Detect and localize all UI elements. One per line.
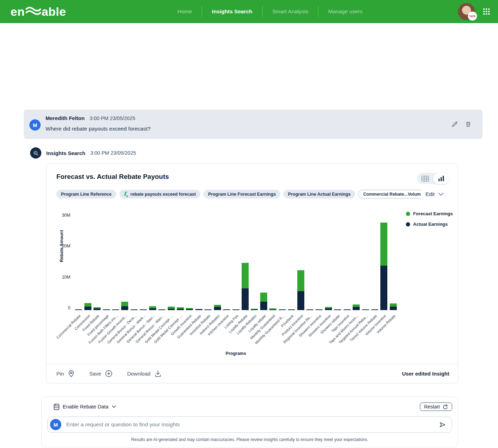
actual-earnings-segment (233, 309, 240, 310)
enable-logo[interactable]: en able (11, 6, 66, 18)
bar-gold-medal-concept[interactable] (168, 307, 175, 310)
bar-fusion-growth-incenti[interactable] (121, 302, 128, 310)
bar-regional-incentive-re[interactable] (306, 309, 313, 310)
bar-volume-incentive[interactable] (380, 223, 387, 310)
save-button[interactable]: Save (89, 370, 112, 377)
chart-region: Rebate Amount 010M20M30MCommercial Rebat… (47, 198, 458, 364)
logo-text-left: en (11, 6, 25, 18)
actual-earnings-segment (353, 307, 360, 310)
datasource-selector[interactable]: Enable Rebate Data (54, 404, 116, 410)
y-axis-tick: 10M (62, 275, 70, 280)
message-author: Meredith Felton (46, 115, 85, 121)
query-pill[interactable]: Commercial Rebate...Volume Rebate (358, 190, 421, 198)
download-button[interactable]: Download (127, 370, 161, 377)
bar-general-bonus-deve[interactable] (131, 309, 138, 310)
actual-earnings-segment (103, 309, 110, 310)
bar-indirect-rebates[interactable] (214, 305, 221, 310)
bar-loyalty-rebates[interactable] (251, 309, 258, 310)
bar-showers-incentive[interactable] (325, 307, 332, 310)
actual-earnings-segment (214, 307, 221, 310)
nav-item-smart-analysis[interactable]: Smart Analysis (263, 6, 318, 17)
edit-pills-button[interactable]: Edit (426, 191, 435, 197)
bar-fusion-bath-fillers-inc[interactable] (112, 309, 119, 310)
delete-message-button[interactable] (465, 121, 471, 127)
forecast-earnings-segment (260, 293, 267, 302)
pill-label: Commercial Rebate...Volume Rebate (363, 192, 421, 197)
query-pill[interactable]: Program Line Reference (56, 190, 116, 198)
actual-earnings-segment (306, 309, 313, 310)
chevron-down-icon (112, 405, 116, 408)
apps-grid-icon[interactable] (483, 8, 490, 15)
view-toggle[interactable] (417, 173, 449, 184)
edit-message-button[interactable] (451, 121, 458, 127)
query-pill[interactable]: Program Line Forecast Earnings (203, 190, 280, 198)
actual-earnings-segment (186, 309, 193, 310)
actual-earnings-segment (112, 309, 119, 310)
restart-button[interactable]: Restart (420, 402, 452, 411)
actual-earnings-segment (84, 307, 91, 310)
bar-gold-medal-concept[interactable] (177, 307, 184, 310)
chevron-down-icon[interactable] (438, 191, 444, 197)
bar-product-incentive[interactable] (297, 270, 304, 310)
bar-commercial-rebate[interactable] (75, 309, 82, 310)
pin-icon (68, 370, 75, 377)
bar-targeted-annual-reba[interactable] (362, 309, 369, 310)
bar-loyalty-rebate[interactable] (242, 263, 249, 310)
actual-earnings-segment (334, 309, 341, 310)
datasource-label: Enable Rebate Data (63, 404, 109, 410)
bar-guaranteed-rebate[interactable] (195, 309, 202, 310)
bar-monthly-guaranteed[interactable] (269, 308, 276, 310)
actual-earnings-segment (195, 309, 202, 310)
bar-volume-rebate[interactable] (390, 303, 397, 310)
bar-growth-incentive[interactable] (186, 308, 193, 310)
actual-earnings-segment (260, 302, 267, 310)
bar-general-bonus-stan[interactable] (149, 306, 156, 310)
bar-chart-icon (438, 175, 444, 182)
user-avatar[interactable]: TAPS (458, 3, 475, 20)
pin-button[interactable]: Pin (56, 370, 75, 377)
bar-kitchen-incentive[interactable] (223, 309, 230, 310)
send-button[interactable] (439, 421, 446, 428)
bar-monthly-guaranteed-r[interactable] (279, 309, 286, 310)
bar-fixed-percentage[interactable] (103, 309, 110, 310)
nav-item-home[interactable]: Home (168, 6, 202, 17)
actual-earnings-segment (279, 309, 286, 310)
pill-label: Program Line Actual Earnings (288, 192, 351, 197)
table-icon (421, 176, 429, 182)
bar-listing-fee[interactable] (233, 309, 240, 310)
actual-earnings-segment (390, 307, 397, 310)
bar-incentive-rebate[interactable] (205, 309, 212, 310)
table-view-button[interactable] (417, 173, 433, 184)
ai-disclaimer: Results are AI-generated and may contain… (47, 437, 452, 442)
actual-earnings-segment (223, 309, 230, 310)
bar-general-bonus-mark[interactable] (140, 309, 147, 310)
forecast-earnings-segment (242, 263, 249, 288)
bar-loyalty-rebate[interactable] (260, 293, 267, 310)
legend-item: Actual Earnings (406, 222, 453, 227)
bar-fixed-rebate[interactable] (94, 307, 101, 310)
query-pill[interactable]: Program Line Actual Earnings (283, 190, 355, 198)
bar-general-bonus-warr[interactable] (158, 309, 165, 310)
database-icon (54, 404, 60, 410)
question-input[interactable] (66, 421, 439, 428)
bar-tiered-volume-rebate[interactable] (371, 309, 378, 310)
legend-color-dot (406, 222, 410, 226)
chart-view-button[interactable] (433, 173, 449, 184)
nav-item-manage-users[interactable]: Manage users (318, 6, 372, 17)
actual-earnings-segment (149, 308, 156, 310)
nav-item-insights-search[interactable]: Insights Search (202, 6, 262, 17)
forecast-earnings-segment (353, 304, 360, 307)
forecast-earnings-segment (121, 302, 128, 306)
actual-earnings-segment (362, 309, 369, 310)
top-navbar: en able HomeInsights SearchSmart Analysi… (0, 0, 498, 23)
bar-showers-incentive[interactable] (316, 309, 323, 310)
actual-earnings-segment (205, 309, 212, 310)
bar-commission[interactable] (84, 303, 91, 310)
bar-priceback[interactable] (288, 309, 295, 310)
bar-taps-and-mixers-incen[interactable] (353, 304, 360, 310)
insight-card: Forecast vs. Actual Rebate Payouts (46, 163, 458, 383)
query-pill[interactable]: fxrebate payouts exceed forecast (119, 190, 201, 198)
forecast-earnings-segment (297, 270, 304, 291)
bar-taps-incentive[interactable] (344, 309, 351, 310)
bar-showers-rebate[interactable] (334, 309, 341, 310)
